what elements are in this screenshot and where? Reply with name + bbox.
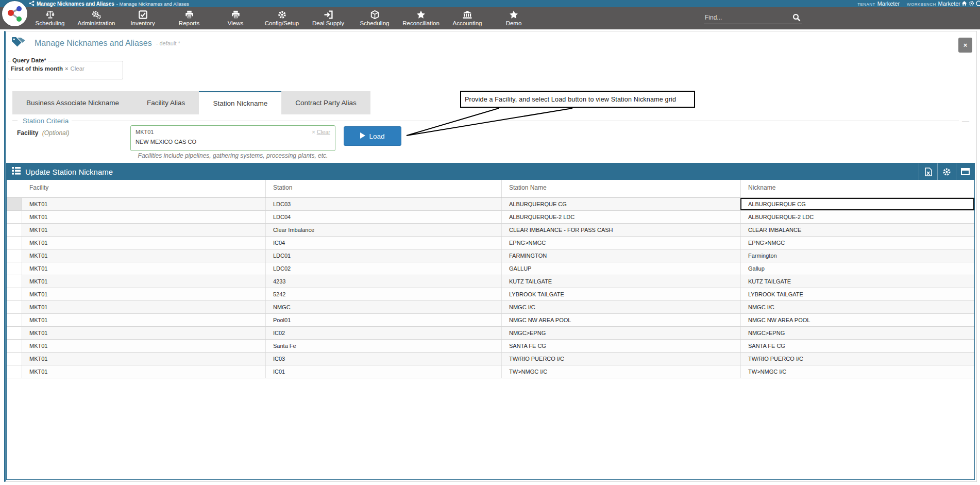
close-page-button[interactable]: × — [958, 38, 972, 53]
workbench-indicator[interactable]: WORKBENCH Marketer — [907, 1, 960, 7]
table-row[interactable]: MKT01LDC03ALBURQUERQUE CGALBURQUERQUE CG — [7, 198, 974, 211]
tab-facility-alias[interactable]: Facility Alias — [133, 91, 199, 114]
table-row[interactable]: MKT01LDC04ALBURQUERQUE-2 LDCALBURQUERQUE… — [7, 211, 974, 224]
user-icon[interactable] — [976, 0, 980, 7]
tab-station-nickname[interactable]: Station Nickname — [199, 91, 281, 114]
cell-nickname[interactable]: Gallup — [740, 262, 974, 275]
cell-nickname[interactable]: Farmington — [740, 249, 974, 262]
row-selector[interactable] — [7, 275, 22, 288]
cell-nickname[interactable]: NMGC>EPNG — [740, 327, 974, 339]
table-row[interactable]: MKT014233KUTZ TAILGATEKUTZ TAILGATE — [7, 275, 974, 288]
grid-settings-gear-icon[interactable] — [937, 163, 956, 180]
column-header-nickname[interactable]: Nickname — [740, 180, 974, 197]
cell-station-name[interactable]: NMGC I/C — [501, 301, 740, 313]
nav-item-reconciliation[interactable]: Reconciliation — [398, 7, 444, 29]
cell-facility[interactable]: MKT01 — [22, 301, 265, 313]
row-selector[interactable] — [7, 365, 22, 378]
row-selector[interactable] — [7, 224, 22, 236]
cell-facility[interactable]: MKT01 — [22, 249, 265, 262]
cell-nickname[interactable]: TW/RIO PUERCO I/C — [740, 353, 974, 365]
nav-item-config-setup[interactable]: Config/Setup — [259, 7, 305, 29]
cell-station-name[interactable]: KUTZ TAILGATE — [501, 275, 740, 288]
cell-facility[interactable]: MKT01 — [22, 327, 265, 339]
row-selector[interactable] — [7, 288, 22, 300]
excel-export-icon[interactable] — [919, 163, 937, 180]
cell-station-name[interactable]: ALBURQUERQUE-2 LDC — [501, 211, 740, 223]
query-date-clear-link[interactable]: Clear — [70, 65, 84, 72]
row-selector[interactable] — [7, 353, 22, 365]
cell-nickname[interactable]: CLEAR IMBALANCE — [740, 224, 974, 236]
cell-facility[interactable]: MKT01 — [22, 211, 265, 223]
gear-icon[interactable] — [969, 0, 974, 7]
cell-nickname[interactable]: EPNG>NMGC — [740, 237, 974, 249]
column-header-station-name[interactable]: Station Name — [501, 180, 740, 197]
row-selector[interactable] — [7, 301, 22, 313]
table-row[interactable]: MKT01LDC01FARMINGTONFarmington — [7, 249, 974, 262]
app-logo[interactable] — [2, 1, 27, 26]
home-icon[interactable] — [961, 0, 967, 7]
nav-item-inventory[interactable]: Inventory — [120, 7, 166, 29]
cell-station-name[interactable]: FARMINGTON — [501, 249, 740, 262]
row-selector[interactable] — [7, 237, 22, 249]
cell-facility[interactable]: MKT01 — [22, 353, 265, 365]
tenant-indicator[interactable]: TENANT Marketer — [857, 1, 900, 7]
table-row[interactable]: MKT01Santa FeSANTA FE CGSANTA FE CG — [7, 340, 974, 353]
table-row[interactable]: MKT01IC01TW>NMGC I/CTW>NMGC I/C — [7, 365, 974, 378]
row-selector[interactable] — [7, 262, 22, 275]
cell-facility[interactable]: MKT01 — [22, 237, 265, 249]
table-row[interactable]: MKT01Clear ImbalanceCLEAR IMBALANCE - FO… — [7, 224, 974, 237]
load-button[interactable]: Load — [344, 126, 401, 146]
cell-station[interactable]: IC02 — [265, 327, 501, 339]
cell-station-name[interactable]: LYBROOK TAILGATE — [501, 288, 740, 300]
cell-station[interactable]: NMGC — [265, 301, 501, 313]
cell-facility[interactable]: MKT01 — [22, 198, 265, 210]
cell-station[interactable]: Clear Imbalance — [265, 224, 501, 236]
cell-station-name[interactable]: GALLUP — [501, 262, 740, 275]
cell-station-name[interactable]: NMGC>EPNG — [501, 327, 740, 339]
nav-item-scheduling[interactable]: Scheduling — [27, 7, 73, 29]
cell-nickname[interactable]: KUTZ TAILGATE — [740, 275, 974, 288]
tab-contract-party-alias[interactable]: Contract Party Alias — [281, 91, 370, 114]
cell-facility[interactable]: MKT01 — [22, 340, 265, 352]
cell-nickname[interactable]: ALBURQUERQUE-2 LDC — [740, 211, 974, 223]
row-selector[interactable] — [7, 198, 22, 210]
window-maximize-icon[interactable] — [956, 163, 974, 180]
cell-facility[interactable]: MKT01 — [22, 275, 265, 288]
cell-station-name[interactable]: CLEAR IMBALANCE - FOR PASS CASH — [501, 224, 740, 236]
nav-item-reports[interactable]: Reports — [166, 7, 212, 29]
nav-item-administration[interactable]: Administration — [73, 7, 120, 29]
cell-station[interactable]: LDC04 — [265, 211, 501, 223]
cell-facility[interactable]: MKT01 — [22, 288, 265, 300]
query-date-remove-icon[interactable]: × — [65, 65, 68, 72]
table-row[interactable]: MKT015242LYBROOK TAILGATELYBROOK TAILGAT… — [7, 288, 974, 301]
table-row[interactable]: MKT01IC02NMGC>EPNGNMGC>EPNG — [7, 327, 974, 340]
row-selector[interactable] — [7, 340, 22, 352]
cell-station[interactable]: LDC01 — [265, 249, 501, 262]
tab-business-associate-nickname[interactable]: Business Associate Nickname — [12, 91, 133, 114]
cell-station[interactable]: IC03 — [265, 353, 501, 365]
cell-nickname[interactable]: SANTA FE CG — [740, 340, 974, 352]
cell-nickname[interactable]: LYBROOK TAILGATE — [740, 288, 974, 300]
cell-station-name[interactable]: ALBURQUERQUE CG — [501, 198, 740, 210]
cell-station[interactable]: Santa Fe — [265, 340, 501, 352]
cell-station[interactable]: 5242 — [265, 288, 501, 300]
table-row[interactable]: MKT01IC03TW/RIO PUERCO I/CTW/RIO PUERCO … — [7, 353, 974, 365]
row-selector[interactable] — [7, 211, 22, 223]
nav-item-accounting[interactable]: Accounting — [444, 7, 491, 29]
row-selector[interactable] — [7, 249, 22, 262]
row-selector[interactable] — [7, 314, 22, 326]
table-row[interactable]: MKT01NMGCNMGC I/CNMGC I/C — [7, 301, 974, 314]
cell-nickname[interactable]: TW>NMGC I/C — [740, 365, 974, 378]
nav-item-scheduling[interactable]: Scheduling — [351, 7, 398, 29]
facility-input[interactable]: MKT01 NEW MEXICO GAS CO × Clear — [130, 125, 335, 151]
cell-station-name[interactable]: TW>NMGC I/C — [501, 365, 740, 378]
cell-nickname[interactable]: NMGC NW AREA POOL — [740, 314, 974, 326]
cell-station-name[interactable]: SANTA FE CG — [501, 340, 740, 352]
cell-station[interactable]: IC04 — [265, 237, 501, 249]
cell-nickname[interactable]: NMGC I/C — [740, 301, 974, 313]
nav-item-deal-supply[interactable]: Deal Supply — [305, 7, 351, 29]
cell-facility[interactable]: MKT01 — [22, 314, 265, 326]
cell-nickname[interactable]: ALBURQUERQUE CG — [740, 198, 974, 210]
cell-facility[interactable]: MKT01 — [22, 365, 265, 378]
cell-station[interactable]: IC01 — [265, 365, 501, 378]
